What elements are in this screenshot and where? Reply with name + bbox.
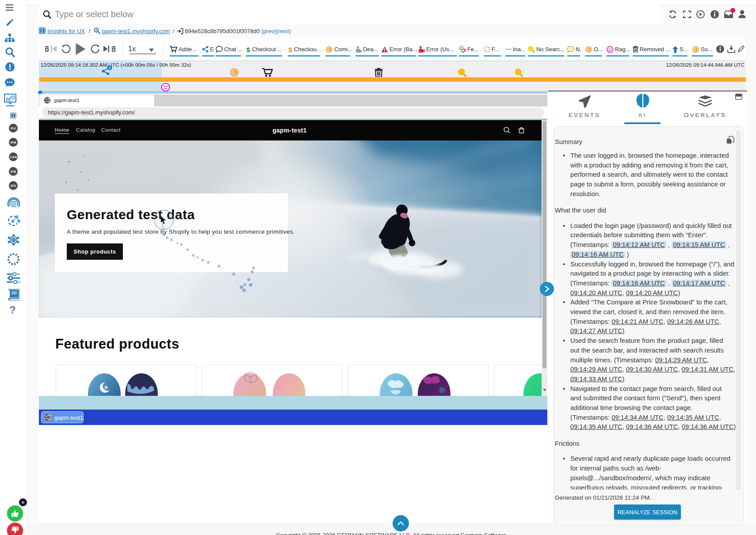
svg-text:!: ! (423, 49, 424, 52)
svg-text:$: $ (288, 46, 292, 53)
svg-text:$: $ (246, 46, 250, 53)
svg-text:?: ? (360, 49, 361, 52)
